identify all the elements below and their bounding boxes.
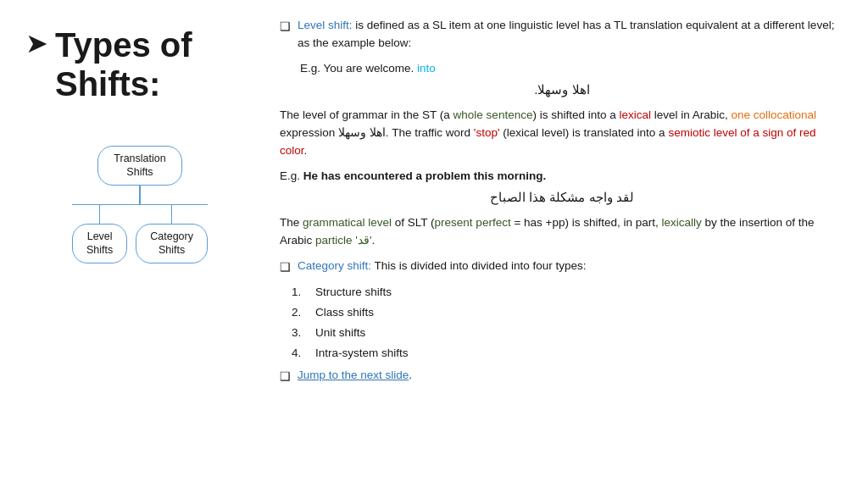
- para2-part5: .: [371, 234, 375, 247]
- level-shift-row: ❑ Level shift: is defined as a SL item a…: [280, 17, 844, 53]
- arabic-text-2: لقد واجه مشكلة هذا الصباح: [280, 187, 844, 207]
- para2-part2: of SLT (: [392, 216, 435, 229]
- tree-trunk-line: [139, 186, 141, 204]
- para2-part3: = has +pp) is shifted, in part,: [511, 216, 662, 229]
- para1-part1: The level of grammar in the ST (a: [280, 108, 453, 121]
- list-item-4-text: Intra-system shifts: [315, 345, 409, 363]
- list-item-3-text: Unit shifts: [315, 324, 365, 342]
- para2-present-perfect: present perfect: [435, 216, 511, 229]
- list-item-2: 2. Class shifts: [280, 304, 844, 322]
- tree-root: Translation Shifts Level Shifts: [47, 146, 233, 263]
- para2-lexically: lexically: [662, 216, 702, 229]
- para1-one-coll: one collocational: [732, 108, 817, 121]
- para1-part4: expression اهلا وسهلا. The traffic word: [280, 126, 474, 139]
- para2-particle: particle 'قد': [315, 234, 371, 247]
- page-title: Types of Shifts:: [55, 25, 192, 103]
- para1-part2: ) is shifted into a: [532, 108, 619, 121]
- list-item-1-text: Structure shifts: [315, 284, 392, 302]
- jump-text[interactable]: Jump to the next slide: [298, 369, 409, 381]
- checkbox-icon-1: ❑: [280, 18, 291, 36]
- num-2: 2.: [292, 304, 315, 322]
- para1-part3: level in Arabic,: [651, 108, 732, 121]
- tree-branches: Level Shifts Category Shifts: [72, 205, 208, 263]
- tree-diagram: Translation Shifts Level Shifts: [25, 146, 254, 263]
- jump-link[interactable]: Jump to the next slide.: [298, 367, 412, 385]
- para1-whole-sentence: whole sentence: [453, 108, 533, 121]
- level-shift-label: Level shift:: [298, 19, 353, 31]
- list-item-2-text: Class shifts: [315, 304, 374, 322]
- tree-branch-area: Level Shifts Category Shifts: [47, 204, 233, 263]
- checkbox-icon-2: ❑: [280, 258, 291, 277]
- left-panel: ➤ Types of Shifts: Translation Shifts Le…: [0, 0, 263, 488]
- num-4: 4.: [292, 345, 315, 363]
- para1-part6: .: [304, 144, 308, 157]
- jump-row: ❑ Jump to the next slide.: [280, 367, 844, 386]
- right-panel: ❑ Level shift: is defined as a SL item a…: [263, 0, 868, 488]
- list-item-1: 1. Structure shifts: [280, 284, 844, 302]
- list-item-3: 3. Unit shifts: [280, 324, 844, 342]
- level-shift-desc: is defined as a SL item at one linguisti…: [298, 19, 834, 49]
- tree-leaf-level-shifts: Level Shifts: [72, 224, 127, 263]
- tree-leaf-category-shifts: Category Shifts: [136, 224, 208, 263]
- eg1-prefix: E.g.: [300, 62, 320, 75]
- category-shift-definition: Category shift: This is divided into div…: [298, 258, 586, 275]
- para1-lexical: lexical: [619, 108, 651, 121]
- tree-branch-right: Category Shifts: [136, 205, 208, 263]
- num-3: 3.: [292, 324, 315, 342]
- category-shift-desc: This is divided into divided into four t…: [371, 259, 586, 272]
- category-shift-row: ❑ Category shift: This is divided into d…: [280, 258, 844, 277]
- numbered-list: 1. Structure shifts 2. Class shifts 3. U…: [280, 284, 844, 363]
- tree-branch-line-right: [171, 205, 173, 224]
- category-shift-label: Category shift:: [298, 259, 371, 272]
- eg1-text: You are welcome.: [324, 62, 418, 75]
- eg2-text: He has encountered a problem this mornin…: [300, 169, 546, 182]
- num-1: 1.: [292, 284, 315, 302]
- paragraph-1: The level of grammar in the ST (a whole …: [280, 107, 844, 160]
- jump-period: .: [409, 369, 412, 381]
- arabic-text-1: اهلا وسهلا.: [280, 80, 844, 99]
- para1-part5: (lexical level) is translated into a: [500, 126, 669, 139]
- level-shift-definition: Level shift: is defined as a SL item at …: [298, 17, 844, 53]
- example-2-line: E.g. He has encountered a problem this m…: [280, 168, 844, 186]
- arrow-icon: ➤: [25, 27, 48, 59]
- paragraph-2: The grammatical level of SLT (present pe…: [280, 214, 844, 250]
- eg1-highlight: into: [417, 62, 436, 75]
- checkbox-icon-3: ❑: [280, 368, 291, 386]
- tree-branch-line-left: [99, 205, 101, 224]
- para2-part1: The: [280, 216, 303, 229]
- example-1-line: E.g. You are welcome. into: [280, 60, 844, 78]
- list-item-4: 4. Intra-system shifts: [280, 345, 844, 363]
- title-block: ➤ Types of Shifts:: [25, 25, 192, 103]
- tree-branch-left: Level Shifts: [72, 205, 127, 263]
- eg2-prefix: E.g.: [280, 169, 300, 182]
- tree-root-label: Translation Shifts: [97, 146, 181, 186]
- para2-grammatical: grammatical level: [303, 216, 392, 229]
- para1-stop: 'stop': [474, 126, 500, 139]
